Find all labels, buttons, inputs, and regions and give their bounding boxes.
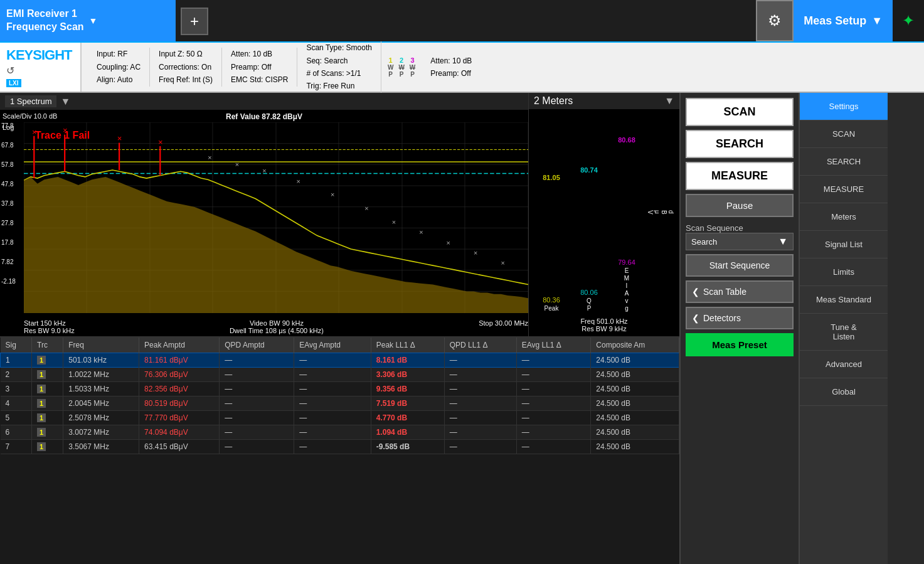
title-dropdown-icon[interactable]: ▼: [89, 16, 98, 26]
freqref-label: Freq Ref: Int (S): [159, 73, 213, 86]
spinner-area: ✦: [893, 0, 924, 41]
trace-fail-label: Trace 1 Fail: [35, 130, 90, 141]
atten2-label: Atten: 10 dB: [430, 55, 472, 67]
app-title-area: EMI Receiver 1 Frequency Scan ▼: [0, 0, 176, 41]
table-row[interactable]: 2 1 1.0022 MHz 76.306 dBμV — — 3.306 dB …: [1, 368, 679, 382]
cell-qpd: —: [220, 353, 294, 368]
main-content: 1 Spectrum ▼ Scale/Div 10.0 dB Ref Value…: [0, 93, 924, 564]
scan-seq-dropdown-icon[interactable]: ▼: [778, 236, 788, 247]
scan-seq-label: Scan Sequence: [686, 223, 794, 233]
cell-sig: 2: [1, 368, 32, 382]
sidebar-item-scan[interactable]: SCAN: [800, 120, 888, 148]
meter-peak-bar-container: [534, 181, 569, 294]
spectrum-title[interactable]: 1 Spectrum: [5, 95, 56, 107]
param-col-2: Input Z: 50 Ω Corrections: On Freq Ref: …: [150, 48, 222, 86]
scan-button[interactable]: SCAN: [686, 98, 794, 126]
cell-qpd: —: [220, 368, 294, 382]
meters-dropdown-icon[interactable]: ▼: [664, 95, 674, 107]
svg-text:×: ×: [447, 239, 450, 247]
scan-table-chevron: ❮: [692, 287, 699, 297]
sidebar-item-settings[interactable]: Settings: [800, 93, 888, 120]
col-composite: Composite Am: [591, 338, 679, 353]
cell-qpd: —: [220, 382, 294, 396]
right-panel: SCAN SEARCH MEASURE Pause Scan Sequence …: [679, 93, 924, 564]
cell-eavg-ll1: —: [516, 396, 591, 411]
cell-composite: 24.500 dB: [591, 368, 679, 382]
gear-button[interactable]: ⚙: [756, 0, 794, 41]
scan-table-button[interactable]: ❮ Scan Table: [686, 280, 794, 303]
video-bw-label: Video BW 90 kHz: [230, 319, 324, 327]
lxi-badge: LXI: [6, 79, 21, 87]
col-sig: Sig: [1, 338, 32, 353]
seq-label: Seq: Search: [306, 55, 372, 67]
cell-freq: 2.5078 MHz: [63, 411, 139, 425]
pause-button[interactable]: Pause: [686, 194, 794, 217]
svg-text:×: ×: [331, 191, 334, 199]
brand-name: KEYSIGHT: [6, 47, 72, 63]
sidebar-item-measure[interactable]: MEASURE: [800, 176, 888, 203]
sidebar-item-global[interactable]: Global: [800, 378, 888, 406]
corrections-label: Corrections: On: [159, 61, 213, 73]
cell-qpd: —: [220, 411, 294, 425]
sidebar-item-tune-listen[interactable]: Tune &Listen: [800, 314, 888, 351]
cell-eavg-ll1: —: [516, 425, 591, 440]
start-sequence-button[interactable]: Start Sequence: [686, 254, 794, 277]
cell-freq: 501.03 kHz: [63, 353, 139, 368]
add-button[interactable]: +: [176, 0, 213, 41]
input-label: Input: RF: [97, 48, 141, 60]
res-bw-label: Res BW 9.0 kHz: [24, 327, 75, 334]
cell-qpd-ll1: —: [444, 396, 516, 411]
table-row[interactable]: 5 1 2.5078 MHz 77.770 dBμV — — 4.770 dB …: [1, 411, 679, 425]
meters-bars-row: 81.05 80.36 Peak 80.74: [529, 109, 679, 315]
main-controls: SCAN SEARCH MEASURE Pause Scan Sequence …: [681, 93, 800, 564]
cell-peak-ll1: 1.094 dB: [371, 425, 444, 440]
spectrum-panel: 1 Spectrum ▼ Scale/Div 10.0 dB Ref Value…: [0, 93, 529, 336]
dwell-label: Dwell Time 108 μs (4.500 kHz): [230, 327, 324, 334]
meas-preset-button[interactable]: Meas Preset: [686, 333, 794, 356]
cell-composite: 24.500 dB: [591, 440, 679, 454]
cell-trc: 1: [32, 396, 63, 411]
meter-qp-top: 80.74: [580, 166, 598, 174]
spinner-icon: ✦: [902, 12, 915, 29]
sidebar-item-limits[interactable]: Limits: [800, 258, 888, 286]
meters-freq-row: Freq 501.0 kHz Res BW 9 kHz: [529, 315, 679, 335]
sidebar-item-meters[interactable]: Meters: [800, 203, 888, 231]
sidebar-item-meas-standard[interactable]: Meas Standard: [800, 286, 888, 314]
table-row[interactable]: 7 1 3.5067 MHz 63.415 dBμV — — -9.585 dB…: [1, 440, 679, 454]
sidebar-item-signal-list[interactable]: Signal List: [800, 231, 888, 258]
svg-text:×: ×: [392, 218, 396, 226]
cell-freq: 3.0072 MHz: [63, 425, 139, 440]
meter-emi-label: EMIAvg: [624, 267, 629, 312]
measure-button[interactable]: MEASURE: [686, 162, 794, 190]
meter-peak-top: 81.05: [543, 174, 560, 181]
detectors-button[interactable]: ❮ Detectors: [686, 307, 794, 329]
add-icon[interactable]: +: [181, 8, 208, 35]
brand-logo: KEYSIGHT ↺ LXI: [0, 43, 82, 92]
right-top: SCAN SEARCH MEASURE Pause Scan Sequence …: [681, 93, 924, 564]
table-row[interactable]: 3 1 1.5033 MHz 82.356 dBμV — — 9.356 dB …: [1, 382, 679, 396]
sidebar-item-advanced[interactable]: Advanced: [800, 351, 888, 378]
cell-freq: 1.0022 MHz: [63, 368, 139, 382]
table-row[interactable]: 6 1 3.0072 MHz 74.094 dBμV — — 1.094 dB …: [1, 425, 679, 440]
meter-emi-top: 80.68: [618, 136, 635, 144]
table-row[interactable]: 4 1 2.0045 MHz 80.519 dBμV — — 7.519 dB …: [1, 396, 679, 411]
cell-eavg: —: [294, 353, 371, 368]
search-button[interactable]: SEARCH: [686, 130, 794, 158]
meter-emi-bar-container: [609, 144, 644, 257]
table-row[interactable]: 1 1 501.03 kHz 81.161 dBμV — — 8.161 dB …: [1, 353, 679, 368]
cell-peak-ll1: 3.306 dB: [371, 368, 444, 382]
cell-sig: 5: [1, 411, 32, 425]
cell-trc: 1: [32, 411, 63, 425]
chart-area: 1 Spectrum ▼ Scale/Div 10.0 dB Ref Value…: [0, 93, 679, 338]
cell-composite: 24.500 dB: [591, 425, 679, 440]
cell-qpd-ll1: —: [444, 382, 516, 396]
align-label: Align: Auto: [97, 73, 141, 86]
cell-eavg: —: [294, 411, 371, 425]
cell-qpd-ll1: —: [444, 425, 516, 440]
col-eavg-ll1: EAvg LL1 Δ: [516, 338, 591, 353]
scan-seq-select[interactable]: Search ▼: [686, 233, 794, 250]
meas-setup-button[interactable]: Meas Setup ▼: [794, 0, 893, 41]
spectrum-dropdown-icon[interactable]: ▼: [60, 96, 70, 107]
meas-setup-dropdown-icon[interactable]: ▼: [871, 14, 883, 28]
sidebar-item-search[interactable]: SEARCH: [800, 148, 888, 176]
